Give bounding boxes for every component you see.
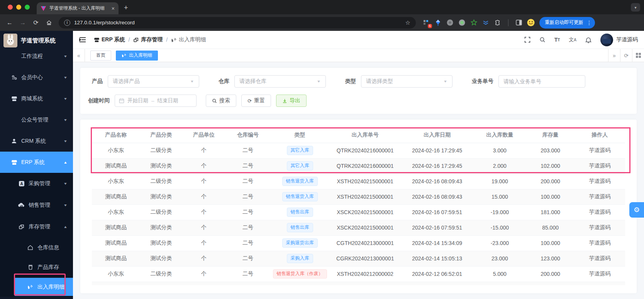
type-select[interactable]: 请选择类型 ▼	[361, 75, 452, 88]
sidebar-item-sales[interactable]: 销售管理 ▼	[0, 194, 73, 216]
chevron-down-icon: ▼	[63, 182, 68, 186]
tags-scroll-right-icon[interactable]: »	[608, 49, 620, 62]
cell-datetime: 2024-02-16 07:59:51	[401, 220, 473, 235]
cell-category: 测试分类	[140, 158, 182, 174]
browser-menu-kebab-icon[interactable]: ⋮	[586, 20, 592, 26]
sales-icon	[18, 202, 25, 208]
url-text[interactable]: 127.0.0.1/erp/stock/record	[74, 20, 135, 25]
font-size-icon[interactable]: TT	[554, 37, 560, 43]
extension-star-icon[interactable]	[470, 19, 478, 27]
sidebar-item-member-center[interactable]: 会员中心 ▼	[0, 67, 73, 88]
url-bar[interactable]: i 127.0.0.1/erp/stock/record ☆	[59, 17, 416, 29]
search-button[interactable]: 搜索	[206, 95, 236, 107]
cell-unit: 个	[183, 235, 225, 251]
tag-tab-stock-record[interactable]: 出入库明细	[116, 51, 158, 61]
breadcrumb-item-stock[interactable]: 库存管理	[133, 36, 163, 43]
tags-refresh-icon[interactable]: ⟳	[620, 49, 632, 62]
cell-datetime: 2024-02-16 17:29:45	[401, 158, 473, 174]
sidebar-item-crm[interactable]: CRM 系统 ▼	[0, 130, 73, 152]
bizno-filter-label: 业务单号	[472, 78, 493, 85]
tab-close-icon[interactable]: ×	[112, 5, 115, 12]
date-start-placeholder: 开始日期	[127, 97, 148, 104]
breadcrumb-label: ERP 系统	[102, 36, 125, 43]
cell-unit: 个	[183, 143, 225, 158]
maximize-window-button[interactable]	[25, 5, 30, 10]
forward-icon[interactable]: →	[17, 17, 29, 29]
bookmark-star-icon[interactable]: ☆	[405, 19, 410, 26]
cell-order_no: CGTH20240213000001	[329, 235, 401, 251]
user-menu[interactable]: 芋道源码	[600, 34, 638, 46]
breadcrumb-item-erp[interactable]: ERP 系统	[94, 36, 125, 43]
theme-settings-gear-button[interactable]: ⚙	[629, 202, 644, 218]
breadcrumb: ERP 系统 / 库存管理 / 出入库明细	[94, 36, 206, 43]
sidebar-item-mall[interactable]: 商城系统 ▼	[0, 88, 73, 109]
tab-search-chevron-icon[interactable]: ▾	[631, 3, 640, 12]
sidebar-item-label: 库存管理	[29, 223, 50, 230]
warehouse-select[interactable]: 请选择仓库 ▼	[234, 75, 326, 88]
table-row: 小东东二级分类个二号其它入库QTRK202402160000012024-02-…	[92, 143, 625, 158]
sidebar-item-stock[interactable]: 库存管理 ▲	[0, 216, 73, 238]
back-icon[interactable]: ←	[4, 17, 15, 29]
sidebar-item-erp[interactable]: ERP 系统 ▲	[0, 152, 73, 173]
cell-warehouse: 二号	[225, 143, 270, 158]
profile-emoji-avatar[interactable]	[527, 19, 535, 27]
chevron-up-icon: ▲	[63, 225, 68, 229]
site-info-icon[interactable]: i	[64, 20, 70, 26]
side-panel-icon[interactable]	[515, 19, 523, 27]
extension-kite-icon[interactable]	[434, 19, 442, 27]
sidebar-item-stock-record[interactable]: 出入库明细	[15, 278, 73, 296]
cell-type: 销售出库	[271, 220, 329, 235]
language-icon[interactable]: 文A	[569, 36, 576, 43]
extension-grid-icon[interactable]: 6	[422, 19, 430, 27]
table-row: 小东东二级分类个二号销售出库XSCK202402150000012024-02-…	[92, 204, 625, 220]
cell-name: 小东东	[92, 143, 140, 158]
search-icon[interactable]	[539, 37, 546, 43]
date-range-picker[interactable]: 开始日期 – 结束日期	[115, 95, 197, 107]
extensions-puzzle-icon[interactable]	[494, 19, 502, 27]
browser-tab[interactable]: 芋道管理系统 - 出入库明细 ×	[37, 2, 119, 14]
sidebar-logo[interactable]: 芋道管理系统	[0, 31, 73, 50]
export-button[interactable]: 导出	[276, 95, 307, 107]
collapse-menu-icon[interactable]	[79, 37, 86, 43]
extension-gray-circle-icon[interactable]	[446, 19, 454, 27]
reset-button[interactable]: ⟳ 重置	[241, 95, 271, 107]
sidebar-item-purchase[interactable]: A 采购管理 ▼	[0, 173, 73, 194]
tags-view-bar: « 首页 出入库明细 » ⟳	[73, 49, 644, 62]
top-navbar: ERP 系统 / 库存管理 / 出入库明细	[73, 31, 644, 49]
minimize-window-button[interactable]	[16, 5, 21, 10]
tags-layout-grid-icon[interactable]	[632, 49, 644, 62]
notification-bell-icon[interactable]	[585, 37, 591, 43]
tags-scroll-left-icon[interactable]: «	[73, 49, 85, 62]
sidebar-item-label: 商城系统	[21, 95, 43, 102]
new-tab-button[interactable]: +	[124, 4, 128, 12]
sidebar-item-warehouse-info[interactable]: 仓库信息	[0, 238, 73, 257]
cell-stock: 85.000	[526, 220, 574, 235]
sidebar: 芋道管理系统 工作流程 ▼ 会员中心 ▼ 商城系统 ▼	[0, 31, 73, 299]
extension-green-circle-icon[interactable]	[458, 19, 466, 27]
type-filter-label: 类型	[345, 78, 356, 85]
tag-tab-home[interactable]: 首页	[90, 51, 111, 61]
fullscreen-icon[interactable]	[524, 37, 530, 43]
sidebar-item-official-account[interactable]: 公众号管理 ▼	[0, 109, 73, 130]
navbar-actions: TT 文A 芋道源码	[524, 34, 638, 46]
tags-actions: » ⟳	[608, 49, 644, 62]
home-icon[interactable]	[43, 17, 55, 29]
extension-chevrons-icon[interactable]	[482, 19, 490, 27]
user-avatar	[600, 34, 613, 46]
cell-unit: 个	[183, 189, 225, 204]
stock-record-icon	[27, 284, 34, 290]
window-controls[interactable]	[8, 5, 30, 10]
stock-icon	[18, 224, 25, 230]
sidebar-item-product-stock[interactable]: 产品库存	[0, 257, 73, 277]
close-window-button[interactable]	[8, 5, 13, 10]
product-select[interactable]: 请选择产品 ▼	[108, 75, 199, 88]
cell-warehouse: 二号	[225, 204, 270, 220]
col-product-unit: 产品单位	[183, 127, 225, 143]
reload-icon[interactable]: ⟳	[30, 17, 42, 29]
bizno-input[interactable]	[498, 75, 585, 88]
stock-record-icon	[122, 53, 127, 58]
cell-category: 二级分类	[140, 204, 182, 220]
restart-to-update-button[interactable]: 重新启动即可更新 ⋮	[539, 17, 595, 29]
col-order-no: 出入库单号	[329, 127, 401, 143]
table-row: 测试商品测试分类个二号采购退货出库CGTH202402130000012024-…	[92, 235, 625, 251]
